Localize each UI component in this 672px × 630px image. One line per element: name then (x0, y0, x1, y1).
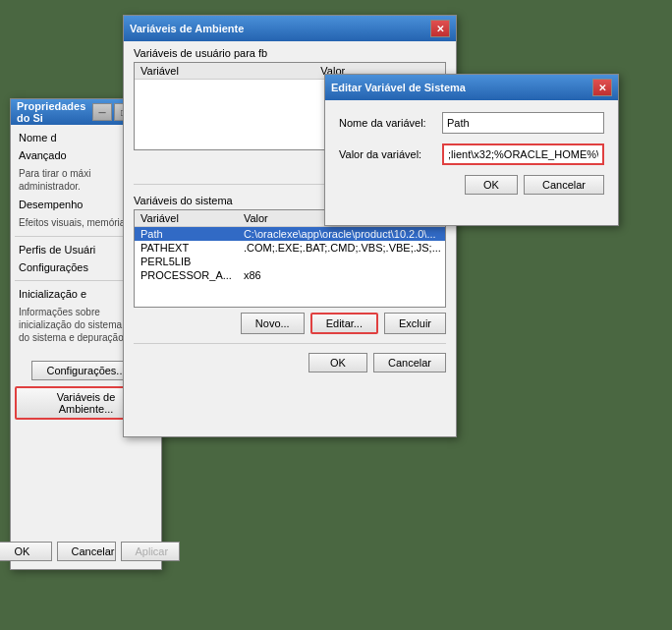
prop-title: Propriedades do Si (17, 100, 92, 124)
system-btn-row: Novo... Editar... Excluir (124, 308, 456, 339)
edit-value-row: Valor da variável: (339, 143, 604, 165)
var-title: Variáveis de Ambiente (130, 23, 430, 34)
edit-close-btn[interactable]: ✕ (592, 79, 612, 96)
var-cancel-btn[interactable]: Cancelar (373, 353, 446, 372)
table-row[interactable]: PATHEXT .COM;.EXE;.BAT;.CMD;.VBS;.VBE;.J… (135, 241, 446, 255)
sys-row-val (238, 255, 446, 268)
edit-name-input[interactable] (442, 112, 604, 134)
edit-name-row: Nome da variável: (339, 112, 604, 134)
sys-row-val: .COM;.EXE;.BAT;.CMD;.VBS;.VBE;.JS;... (238, 241, 446, 255)
edit-name-label: Nome da variável: (339, 117, 442, 129)
sys-delete-btn[interactable]: Excluir (384, 313, 446, 334)
prop-apply-btn[interactable]: Aplicar (121, 542, 180, 561)
sys-col-var: Variável (135, 210, 238, 227)
table-row[interactable]: Path C:\oraclexe\app\oracle\product\10.2… (135, 227, 446, 242)
var-footer-btns: OK Cancelar (124, 348, 456, 377)
var-title-bar: Variáveis de Ambiente ✕ (124, 16, 456, 41)
prop-cancel-btn[interactable]: Cancelar (57, 542, 116, 561)
edit-ok-btn[interactable]: OK (465, 175, 518, 195)
var-close-btn[interactable]: ✕ (430, 20, 450, 37)
table-row[interactable]: PROCESSOR_A... x86 (135, 268, 446, 282)
prop-ok-btn[interactable]: OK (0, 542, 52, 561)
sys-row-var: Path (135, 227, 238, 242)
sys-new-btn[interactable]: Novo... (241, 313, 305, 334)
edit-window: Editar Variável de Sistema ✕ Nome da var… (324, 74, 619, 226)
user-col-var: Variável (135, 63, 314, 80)
sys-row-val: C:\oraclexe\app\oracle\product\10.2.0\..… (238, 227, 446, 242)
edit-cancel-btn[interactable]: Cancelar (524, 175, 604, 195)
system-table-body: Path C:\oraclexe\app\oracle\product\10.2… (135, 227, 446, 283)
prop-minimize-btn[interactable]: ─ (92, 103, 112, 121)
edit-title-bar: Editar Variável de Sistema ✕ (325, 75, 618, 100)
edit-btn-row: OK Cancelar (339, 175, 604, 195)
sys-row-var: PROCESSOR_A... (135, 268, 238, 282)
var-ok-btn[interactable]: OK (308, 353, 367, 372)
edit-content: Nome da variável: Valor da variável: OK … (325, 100, 618, 202)
sys-edit-btn[interactable]: Editar... (310, 313, 378, 334)
footer-separator (134, 343, 446, 344)
edit-value-input[interactable] (442, 143, 604, 165)
sys-row-var: PATHEXT (135, 241, 238, 255)
user-section-label: Variáveis de usuário para fb (124, 41, 456, 62)
sys-row-val: x86 (238, 268, 446, 282)
table-row[interactable]: PERL5LIB (135, 255, 446, 268)
sys-row-var: PERL5LIB (135, 255, 238, 268)
edit-title: Editar Variável de Sistema (331, 82, 592, 93)
edit-value-label: Valor da variável: (339, 148, 442, 160)
